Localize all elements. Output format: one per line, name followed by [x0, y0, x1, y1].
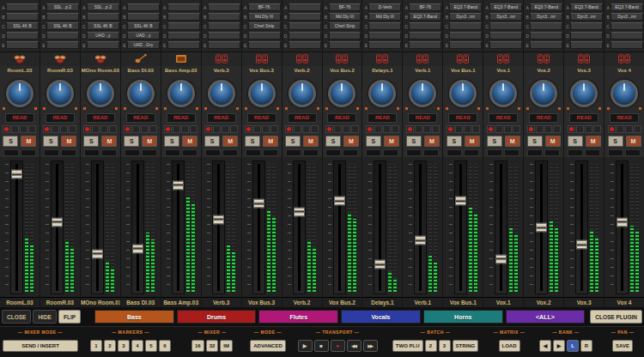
fader-cap[interactable] [11, 170, 22, 179]
mute-button[interactable]: M [424, 136, 440, 147]
mini-button-1[interactable] [455, 125, 463, 133]
save-button[interactable]: SAVE [612, 340, 633, 352]
insert-slot-a[interactable] [127, 3, 160, 11]
mini-button-2[interactable] [141, 125, 149, 133]
insert-slot-a[interactable]: EQ3 7-Band [611, 3, 643, 11]
insert-slot-b[interactable] [208, 13, 240, 21]
volume-fader[interactable] [51, 160, 64, 294]
mini-button-2[interactable] [464, 125, 471, 133]
insert-slot-c[interactable]: SSL 4K B [87, 22, 119, 30]
mini-button-1[interactable] [253, 125, 261, 133]
mini-button-3[interactable] [634, 125, 641, 133]
mixer-im-button[interactable]: IM [220, 340, 233, 352]
insert-slot-b[interactable]: Dyn3 ..mr [449, 13, 482, 21]
mute-button[interactable]: M [142, 136, 157, 147]
insert-slot-a[interactable] [167, 3, 200, 11]
mini-button-2[interactable] [20, 125, 27, 133]
marker-3-button[interactable]: 3 [118, 340, 130, 352]
fader-cap[interactable] [92, 249, 103, 258]
insert-slot-c[interactable] [449, 22, 482, 30]
marker-1-button[interactable]: 1 [90, 340, 102, 352]
insert-slot-d[interactable] [368, 32, 401, 39]
insert-slot-e[interactable] [489, 41, 522, 49]
mini-button-1[interactable] [213, 125, 221, 133]
marker-5-button[interactable]: 5 [145, 340, 157, 352]
right-channel-button[interactable]: R [580, 340, 592, 352]
mini-button-3[interactable] [28, 125, 36, 133]
fader-cap[interactable] [617, 217, 628, 227]
record-arm-button[interactable] [487, 125, 495, 133]
solo-button[interactable]: S [3, 136, 18, 147]
mini-button-3[interactable] [593, 125, 601, 133]
insert-slot-c[interactable]: SSL 4K B [46, 22, 79, 30]
automation-mode-button[interactable]: READ [327, 113, 356, 123]
pan-knob[interactable] [570, 80, 598, 107]
insert-slot-b[interactable] [289, 13, 321, 21]
insert-slot-c[interactable] [570, 22, 603, 30]
automation-mode-button[interactable]: READ [569, 113, 598, 123]
mini-button-1[interactable] [132, 125, 140, 133]
mini-button-1[interactable] [495, 125, 503, 133]
volume-fader[interactable] [495, 160, 507, 294]
insert-slot-d[interactable] [167, 32, 200, 39]
solo-button[interactable]: S [43, 136, 58, 147]
mini-button-3[interactable] [230, 125, 238, 133]
solo-button[interactable]: S [83, 136, 99, 147]
record-button[interactable]: ● [331, 340, 345, 352]
solo-button[interactable]: S [527, 136, 543, 147]
pan-knob[interactable] [289, 80, 316, 107]
group-button-vocals[interactable]: Vocals [341, 310, 421, 324]
mini-button-2[interactable] [423, 125, 431, 133]
automation-mode-button[interactable]: READ [529, 113, 558, 123]
group-button-horns[interactable]: Horns [423, 310, 503, 324]
automation-mode-button[interactable]: READ [5, 113, 34, 123]
insert-slot-d[interactable] [208, 32, 240, 39]
insert-slot-d[interactable]: UAD ..y [87, 32, 119, 39]
insert-slot-a[interactable]: SSL ..p 2 [87, 3, 119, 11]
mute-button[interactable]: M [61, 136, 76, 147]
mini-button-2[interactable] [625, 125, 633, 133]
record-arm-button[interactable] [43, 125, 51, 133]
pan-knob[interactable] [409, 80, 436, 107]
mini-button-2[interactable] [262, 125, 270, 133]
insert-slot-e[interactable] [329, 41, 361, 49]
insert-slot-d[interactable] [409, 32, 441, 39]
insert-slot-a[interactable]: BF-76 [409, 3, 441, 11]
mini-button-1[interactable] [11, 125, 19, 133]
mini-button-3[interactable] [311, 125, 319, 133]
volume-fader[interactable] [616, 160, 629, 294]
fader-cap[interactable] [253, 199, 264, 209]
insert-slot-a[interactable]: BF-76 [329, 3, 361, 11]
fader-cap[interactable] [536, 223, 547, 233]
insert-slot-b[interactable]: Md Dly III [248, 13, 281, 21]
insert-slot-e[interactable] [46, 41, 79, 49]
pan-knob[interactable] [489, 80, 517, 107]
pan-knob[interactable] [127, 80, 155, 107]
record-arm-button[interactable] [608, 125, 616, 133]
automation-mode-button[interactable]: READ [448, 113, 477, 123]
pan-knob[interactable] [208, 80, 235, 107]
insert-slot-c[interactable] [530, 22, 562, 30]
mixer-16-button[interactable]: 16 [191, 340, 204, 352]
insert-slot-e[interactable] [208, 41, 240, 49]
flip-button[interactable]: FLIP [58, 310, 81, 324]
insert-slot-a[interactable] [6, 3, 39, 11]
insert-slot-a[interactable]: EQ3 7-Band [449, 3, 482, 11]
load-button[interactable]: LOAD [499, 340, 520, 352]
insert-slot-e[interactable] [289, 41, 321, 49]
insert-slot-b[interactable]: Dyn3 ..mr [530, 13, 562, 21]
automation-mode-button[interactable]: READ [408, 113, 437, 123]
insert-slot-d[interactable] [530, 32, 562, 39]
mini-button-2[interactable] [302, 125, 310, 133]
insert-slot-d[interactable]: UAD ..y [127, 32, 160, 39]
marker-2-button[interactable]: 2 [104, 340, 116, 352]
record-arm-button[interactable] [285, 125, 293, 133]
fader-cap[interactable] [334, 197, 345, 206]
insert-slot-c[interactable] [489, 22, 522, 30]
insert-slot-b[interactable] [6, 13, 39, 21]
insert-slot-d[interactable] [489, 32, 522, 39]
insert-slot-d[interactable] [611, 32, 643, 39]
fader-cap[interactable] [132, 244, 143, 253]
volume-fader[interactable] [454, 160, 467, 294]
insert-slot-b[interactable] [167, 13, 200, 21]
